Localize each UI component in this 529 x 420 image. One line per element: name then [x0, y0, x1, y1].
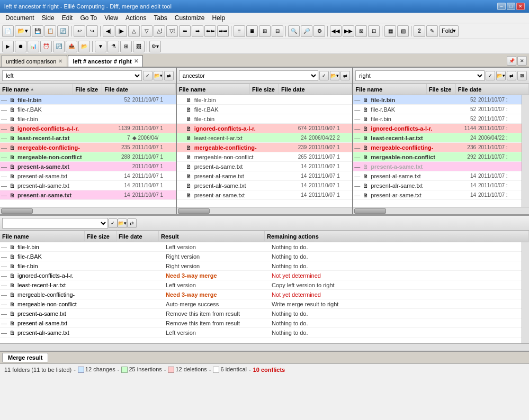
- tb-btn3[interactable]: ⬅⬅: [204, 25, 216, 37]
- tb-copy-right-btn[interactable]: |▶: [115, 25, 127, 37]
- tb2-btn7[interactable]: 📂: [78, 41, 90, 52]
- left-path-dropdown[interactable]: left: [2, 70, 142, 81]
- right-scrollbar-v[interactable]: [522, 95, 529, 207]
- merge-scrollbar-h[interactable]: [0, 343, 529, 351]
- table-row[interactable]: — 🗎 mergeable-non-conflict 292 2011/10/0…: [353, 152, 522, 162]
- tb-next-conflict-btn[interactable]: ▽!: [166, 25, 178, 37]
- table-row[interactable]: — 🗎 least-recent-l-ar.txt 7 ◆ 2006/04/: [0, 133, 176, 143]
- tb-prev-change-btn[interactable]: △: [128, 25, 140, 37]
- tab-untitled[interactable]: untitled comparison ✕: [1, 55, 67, 67]
- table-row[interactable]: — 🗎 present-a-same.txt: [353, 162, 522, 171]
- tb-redo-btn[interactable]: ↪: [86, 25, 98, 37]
- right-path-dropdown[interactable]: right: [355, 70, 485, 81]
- tb-btn18[interactable]: 2: [414, 25, 425, 37]
- merge-swap-btn[interactable]: ⇄: [127, 218, 137, 228]
- menu-edit[interactable]: Edit: [59, 13, 76, 23]
- merge-col-filedate[interactable]: File date: [116, 231, 159, 241]
- table-row[interactable]: — 🗎 ignored-conflicts-a-l-r. 1144 2011/1…: [353, 124, 522, 133]
- table-row[interactable]: 🗎 present-al-same.txt 14 2011/10/07 1: [177, 171, 353, 181]
- tb-fold-btn[interactable]: Fold▾: [439, 25, 459, 37]
- tb-btn4[interactable]: ➡➡: [217, 25, 229, 37]
- merge-result-tab[interactable]: Merge result: [2, 353, 48, 362]
- tb-btn15[interactable]: ⊡: [368, 25, 380, 37]
- right-swap-btn[interactable]: ⇄: [507, 71, 516, 80]
- menu-tabs[interactable]: Tabs: [150, 13, 170, 23]
- table-row[interactable]: — 🗎 file-r.BAK 52 2011/10/07 :: [353, 105, 522, 114]
- tb-btn19[interactable]: ✎: [426, 25, 438, 37]
- table-row[interactable]: — 🗎 present-alr-same.txt Left version No…: [0, 328, 522, 337]
- right-col-filename[interactable]: File name: [353, 84, 426, 94]
- table-row[interactable]: — 🗎 present-al-same.txt Remove this item…: [0, 318, 522, 328]
- table-row[interactable]: — 🗎 ignored-conflicts-a-l-r. 1139 2011/1…: [0, 124, 176, 133]
- tb2-filter3-btn[interactable]: ⊞: [120, 41, 132, 52]
- table-row[interactable]: 🗎 mergeable-non-conflict 265 2011/10/07 …: [177, 152, 353, 162]
- table-row[interactable]: — 🗎 mergeable-non-conflict Auto-merge su…: [0, 299, 522, 309]
- tb2-settings-btn[interactable]: ⚙▾: [149, 41, 161, 52]
- merge-col-filesize[interactable]: File size: [85, 231, 116, 241]
- tb-btn10[interactable]: 🔎: [301, 25, 312, 37]
- tb-btn7[interactable]: ⊞: [259, 25, 271, 37]
- table-row[interactable]: — 🗎 file-r.bin Right version Nothing to …: [0, 261, 522, 271]
- left-col-filesize[interactable]: File size: [73, 84, 102, 94]
- table-row[interactable]: — 🗎 file-r.BAK Right version Nothing to …: [0, 252, 522, 261]
- table-row[interactable]: — 🗎 mergeable-conflicting- 235 2011/10/0…: [0, 143, 176, 152]
- tb-btn8[interactable]: ⊟: [272, 25, 283, 37]
- merge-scrollbar-v[interactable]: [522, 242, 529, 343]
- tb2-btn4[interactable]: ⏰: [40, 41, 52, 52]
- table-row[interactable]: 🗎 ignored-conflicts-a-l-r. 674 2011/10/0…: [177, 124, 353, 133]
- ancestor-col-filesize[interactable]: File size: [250, 84, 279, 94]
- ancestor-scrollbar-h[interactable]: [177, 207, 353, 214]
- ancestor-col-filename[interactable]: File name: [177, 84, 250, 94]
- maximize-button[interactable]: □: [507, 3, 515, 10]
- tb-save-btn[interactable]: 💾: [32, 25, 43, 37]
- tb-btn1[interactable]: ⬅: [179, 25, 191, 37]
- tb-btn6[interactable]: ≣: [246, 25, 258, 37]
- tab-active-close[interactable]: ✕: [134, 58, 138, 64]
- tb-saveas-btn[interactable]: 📋: [44, 25, 56, 37]
- tb-btn16[interactable]: ▦: [384, 25, 396, 37]
- left-col-filedate[interactable]: File date: [102, 84, 175, 94]
- menu-actions[interactable]: Actions: [122, 13, 149, 23]
- menu-side[interactable]: Side: [39, 13, 58, 23]
- menu-document[interactable]: Document: [2, 13, 38, 23]
- table-row[interactable]: — 🗎 file-r.bin 52 2011/10/07 :: [353, 114, 522, 124]
- table-row[interactable]: 🗎 file-lr.bin: [177, 95, 353, 105]
- right-extra-btn[interactable]: ⊠: [517, 71, 527, 80]
- table-row[interactable]: — 🗎 present-alr-same.txt 14 2011/10/07 :: [353, 181, 522, 190]
- tb2-filter-btn[interactable]: ▼: [95, 41, 106, 52]
- merge-col-result[interactable]: Result: [159, 231, 265, 241]
- left-check-btn[interactable]: ✓: [143, 71, 153, 80]
- tb-copy-left-btn[interactable]: ◀|: [103, 25, 114, 37]
- tb-btn13[interactable]: ▶▶: [343, 25, 354, 37]
- table-row[interactable]: 🗎 mergeable-conflicting- 239 2011/10/07 …: [177, 143, 353, 152]
- table-row[interactable]: — 🗎 file-r.bin: [0, 114, 176, 124]
- table-row[interactable]: 🗎 present-ar-same.txt 14 2011/10/07 1: [177, 190, 353, 200]
- tab-active[interactable]: left # ancestor # right ✕: [68, 55, 142, 67]
- table-row[interactable]: — 🗎 ignored-conflicts-a-l-r. Need 3-way …: [0, 271, 522, 280]
- tab-pin-btn[interactable]: 📌: [507, 56, 516, 66]
- minimize-button[interactable]: –: [497, 3, 506, 10]
- tb-refresh-btn[interactable]: 🔄: [57, 25, 69, 37]
- tb2-btn2[interactable]: ⏺: [15, 41, 26, 52]
- table-row[interactable]: 🗎 file-r.BAK: [177, 105, 353, 114]
- tab-untitled-close[interactable]: ✕: [58, 58, 62, 64]
- table-row[interactable]: — 🗎 file-lr.bin 52 2011/10/07 :: [353, 95, 522, 105]
- tb2-btn6[interactable]: 📤: [66, 41, 77, 52]
- table-row[interactable]: — 🗎 present-ar-same.txt 14 2011/10/07 :: [353, 190, 522, 200]
- ancestor-check-btn[interactable]: ✓: [319, 71, 329, 80]
- tb2-filter2-btn[interactable]: ⚗: [107, 41, 119, 52]
- ancestor-col-filedate[interactable]: File date: [279, 84, 352, 94]
- tb-btn11[interactable]: ⚙: [313, 25, 325, 37]
- table-row[interactable]: — 🗎 present-alr-same.txt 14 2011/10/07 1: [0, 181, 176, 190]
- tb-undo-btn[interactable]: ↩: [74, 25, 85, 37]
- right-scrollbar-thumb[interactable]: [354, 208, 386, 214]
- tb-next-change-btn[interactable]: ▽: [141, 25, 153, 37]
- table-row[interactable]: — 🗎 present-al-same.txt 14 2011/10/07 :: [353, 171, 522, 181]
- table-row[interactable]: — 🗎 mergeable-non-conflict 288 2011/10/0…: [0, 152, 176, 162]
- merge-check-btn[interactable]: ✓: [108, 218, 118, 228]
- left-swap-btn[interactable]: ⇄: [164, 71, 174, 80]
- menu-help[interactable]: Help: [209, 13, 228, 23]
- tb2-btn1[interactable]: ▶: [2, 41, 14, 52]
- tb2-icon-btn[interactable]: 🖼: [133, 41, 145, 52]
- table-row[interactable]: — 🗎 present-a-same.txt Remove this item …: [0, 309, 522, 318]
